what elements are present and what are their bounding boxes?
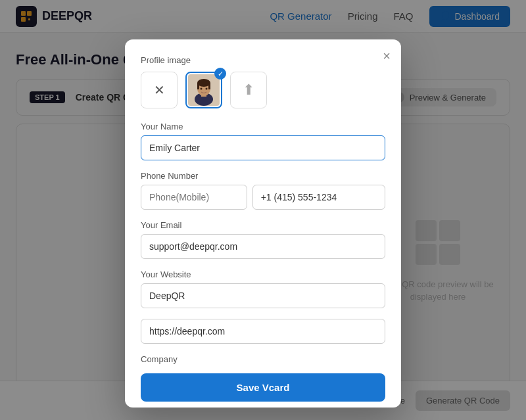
company-label: Company — [141, 354, 385, 364]
phone-mobile-input[interactable] — [141, 185, 247, 210]
profile-images-row: ✕ ✓ — [141, 72, 385, 108]
svg-rect-10 — [208, 83, 210, 89]
vcard-modal: × Profile image ✕ ✓ — [125, 39, 401, 408]
remove-icon: ✕ — [154, 82, 165, 98]
svg-point-12 — [206, 88, 208, 90]
profile-image-label: Profile image — [141, 55, 385, 65]
name-input[interactable] — [141, 135, 385, 160]
modal-close-button[interactable]: × — [383, 49, 391, 64]
email-input[interactable] — [141, 234, 385, 259]
selected-checkmark: ✓ — [214, 68, 226, 80]
selected-avatar-box[interactable]: ✓ — [185, 72, 222, 108]
svg-rect-9 — [197, 83, 199, 89]
upload-icon: ⬆ — [243, 82, 254, 99]
website-label: Your Website — [141, 269, 385, 279]
email-label: Your Email — [141, 220, 385, 230]
modal-overlay: × Profile image ✕ ✓ — [0, 0, 526, 420]
avatar-image — [188, 74, 220, 106]
website-name-input[interactable] — [141, 283, 385, 308]
phone-row — [141, 185, 385, 210]
save-vcard-button[interactable]: Save Vcard — [141, 373, 385, 402]
website-url-input[interactable] — [141, 319, 385, 344]
remove-image-box[interactable]: ✕ — [141, 72, 178, 108]
phone-label: Phone Number — [141, 171, 385, 181]
name-label: Your Name — [141, 122, 385, 131]
upload-image-box[interactable]: ⬆ — [230, 72, 267, 108]
phone-number-input[interactable] — [252, 185, 385, 210]
svg-point-11 — [201, 88, 203, 90]
